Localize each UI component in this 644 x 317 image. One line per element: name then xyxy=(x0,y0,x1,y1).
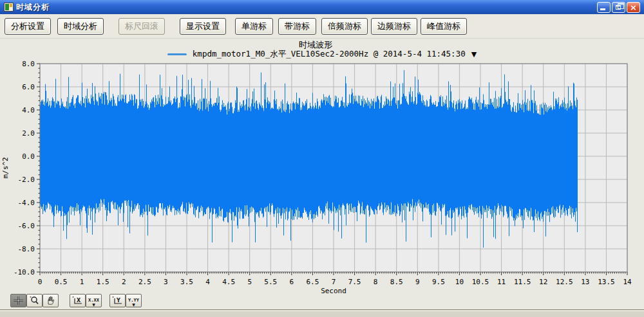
y-format-caret-icon: ▼ xyxy=(132,303,135,307)
svg-text:12.5: 12.5 xyxy=(556,278,573,286)
toolbar-button-2[interactable]: 时域分析 xyxy=(57,18,104,35)
svg-text:3.5: 3.5 xyxy=(180,278,193,286)
window-bottom-edge xyxy=(0,309,644,317)
toolbar-button-5[interactable]: 单游标 xyxy=(235,18,273,35)
svg-text:14: 14 xyxy=(623,278,632,286)
svg-text:3: 3 xyxy=(164,278,168,286)
svg-text:9: 9 xyxy=(415,278,420,286)
svg-text:2.5: 2.5 xyxy=(138,278,151,286)
svg-text:9.5: 9.5 xyxy=(432,278,445,286)
svg-text:8.5: 8.5 xyxy=(390,278,403,286)
toolbar-button-7[interactable]: 倍频游标 xyxy=(321,18,368,35)
svg-text:Y: Y xyxy=(116,298,120,303)
svg-text:4: 4 xyxy=(205,278,210,286)
x-format-caret-icon: ▼ xyxy=(92,303,95,307)
legend-label: kmpdm_motor1_M0_水平_VEL10Sec2-2000Hz @ 20… xyxy=(193,49,466,60)
svg-text:0.5: 0.5 xyxy=(55,278,68,286)
svg-text:-8.0: -8.0 xyxy=(18,245,35,253)
svg-text:m/s^2: m/s^2 xyxy=(1,157,10,178)
svg-text:-4.0: -4.0 xyxy=(18,199,35,207)
pan-tool-button[interactable] xyxy=(43,294,59,307)
app-icon xyxy=(4,3,14,12)
magnifier-icon: * xyxy=(29,296,40,305)
svg-text:7: 7 xyxy=(332,278,336,286)
svg-text:8: 8 xyxy=(374,278,378,286)
zoom-tool-button[interactable]: * xyxy=(26,294,43,307)
svg-text:1: 1 xyxy=(80,278,84,286)
svg-text:12: 12 xyxy=(539,278,547,286)
svg-text:4.5: 4.5 xyxy=(222,278,235,286)
svg-text:0: 0 xyxy=(38,278,43,286)
minimize-button[interactable] xyxy=(597,2,611,13)
autoscale-x-button[interactable]: * X xyxy=(70,294,86,307)
svg-text:6: 6 xyxy=(290,278,294,286)
svg-text:0.0: 0.0 xyxy=(22,152,35,161)
crosshair-icon xyxy=(13,296,24,305)
legend-dropdown-icon[interactable]: ▼ xyxy=(471,51,477,58)
close-icon: × xyxy=(630,3,637,12)
svg-text:5: 5 xyxy=(247,278,252,286)
svg-text:6.5: 6.5 xyxy=(306,278,319,286)
toolbar-button-1[interactable]: 分析设置 xyxy=(5,18,51,35)
svg-text:Second: Second xyxy=(321,287,346,293)
restore-button[interactable] xyxy=(612,2,625,13)
autoscale-y-button[interactable]: * Y xyxy=(109,294,126,307)
svg-text:4.0: 4.0 xyxy=(22,106,35,114)
hand-icon xyxy=(45,296,56,305)
svg-text:*: * xyxy=(72,296,74,300)
svg-text:*: * xyxy=(112,296,114,300)
toolbar-button-4[interactable]: 显示设置 xyxy=(180,18,226,35)
restore-icon xyxy=(616,5,621,10)
app-window: 时域分析 × 分析设置时域分析标尺回滚显示设置单游标带游标倍频游标边频游标峰值游… xyxy=(0,0,644,317)
svg-text:10.5: 10.5 xyxy=(472,278,489,286)
titlebar: 时域分析 × xyxy=(0,0,644,14)
toolbar-button-9[interactable]: 峰值游标 xyxy=(421,18,467,35)
svg-text:8.0: 8.0 xyxy=(22,60,35,68)
window-title: 时域分析 xyxy=(16,2,597,13)
autoscale-x-icon: * X xyxy=(71,296,84,305)
waveform-plot[interactable]: 00.511.522.533.544.555.566.577.588.599.5… xyxy=(0,59,644,293)
window-controls: × xyxy=(597,2,640,13)
minimize-icon xyxy=(600,8,605,10)
svg-text:11.5: 11.5 xyxy=(514,278,531,286)
svg-text:6.0: 6.0 xyxy=(22,83,35,91)
toolbar-button-8[interactable]: 边频游标 xyxy=(371,18,417,35)
svg-text:-2.0: -2.0 xyxy=(18,176,35,184)
svg-text:-6.0: -6.0 xyxy=(18,222,35,230)
legend[interactable]: kmpdm_motor1_M0_水平_VEL10Sec2-2000Hz @ 20… xyxy=(0,49,644,60)
svg-text:X: X xyxy=(77,298,81,303)
svg-text:*: * xyxy=(30,296,32,300)
x-format-button[interactable]: X.XX ▼ xyxy=(86,294,102,307)
svg-text:-10.0: -10.0 xyxy=(14,268,35,276)
y-format-button[interactable]: Y.YY ▼ xyxy=(126,294,142,307)
autoscale-y-icon: * Y xyxy=(111,296,124,305)
cursor-tool-button[interactable] xyxy=(10,294,26,307)
svg-text:5.5: 5.5 xyxy=(264,278,277,286)
close-button[interactable]: × xyxy=(627,2,640,13)
svg-text:2: 2 xyxy=(122,278,126,286)
svg-text:2.0: 2.0 xyxy=(22,129,35,138)
svg-text:7.5: 7.5 xyxy=(348,278,361,286)
svg-text:11: 11 xyxy=(497,278,506,286)
svg-text:1.5: 1.5 xyxy=(97,278,109,286)
toolbar-button-6[interactable]: 带游标 xyxy=(278,18,316,35)
toolbar: 分析设置时域分析标尺回滚显示设置单游标带游标倍频游标边频游标峰值游标 xyxy=(0,14,644,39)
graph-palette: * * X X.XX ▼ * Y xyxy=(10,294,142,307)
toolbar-button-3: 标尺回滚 xyxy=(118,18,165,35)
svg-text:10: 10 xyxy=(455,278,464,286)
svg-text:13: 13 xyxy=(581,278,589,286)
svg-text:13.5: 13.5 xyxy=(598,278,615,286)
legend-line-swatch xyxy=(167,53,187,55)
